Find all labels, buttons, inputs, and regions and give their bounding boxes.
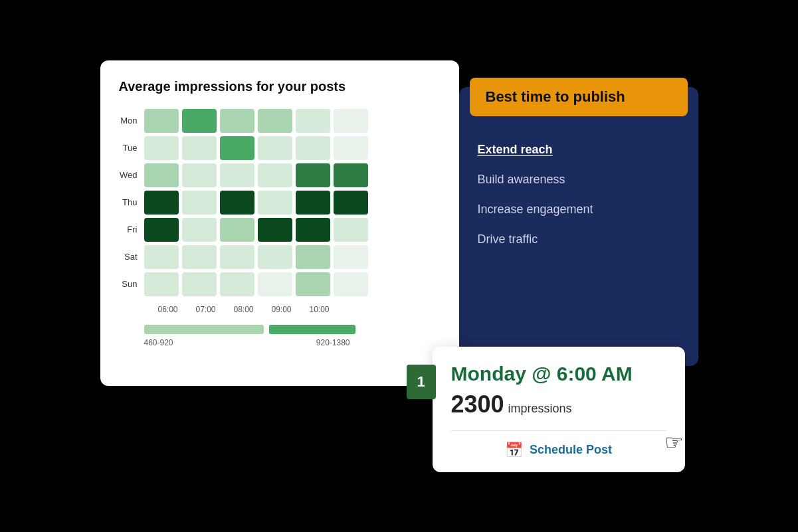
cell	[334, 191, 368, 215]
menu-item-build-awareness[interactable]: Build awareness	[478, 165, 680, 195]
cell	[182, 163, 217, 187]
menu-item-extend-reach[interactable]: Extend reach	[478, 135, 680, 165]
cell	[144, 136, 179, 160]
menu-item-increase-engagement[interactable]: Increase engagement	[478, 195, 680, 224]
cell	[296, 109, 330, 133]
cell	[258, 109, 292, 133]
menu-item-drive-traffic[interactable]: Drive traffic	[478, 224, 680, 254]
cell	[296, 136, 330, 160]
result-number: 2300	[451, 391, 504, 418]
legend-label-high: 920-1380	[264, 338, 350, 347]
heatmap-row-fri: Fri	[119, 218, 438, 242]
time-label-1000: 10:00	[302, 305, 337, 314]
day-label-thu: Thu	[119, 197, 144, 207]
cell	[220, 272, 254, 296]
calendar-icon: 📅	[505, 442, 523, 459]
cell	[296, 163, 330, 187]
menu-list: Extend reach Build awareness Increase en…	[459, 116, 698, 268]
cell	[182, 136, 217, 160]
best-time-banner: Best time to publish	[470, 78, 688, 116]
result-impressions-label: impressions	[508, 402, 572, 416]
cell	[182, 272, 217, 296]
day-label-mon: Mon	[119, 116, 144, 126]
cell	[258, 272, 292, 296]
cell	[220, 163, 254, 187]
cell	[144, 109, 179, 133]
result-card: Monday @ 6:00 AM 2300 impressions 📅 Sche…	[433, 347, 685, 472]
time-label-0900: 09:00	[264, 305, 299, 314]
time-labels: 06:00 07:00 08:00 09:00 10:00	[119, 305, 438, 314]
time-label-0800: 08:00	[227, 305, 261, 314]
time-label-0700: 07:00	[189, 305, 223, 314]
cell	[334, 245, 368, 269]
legend-bar-low	[144, 325, 264, 334]
cell	[334, 272, 368, 296]
cell	[334, 218, 368, 242]
cell	[334, 109, 368, 133]
cell	[182, 218, 217, 242]
result-impressions: 2300 impressions	[451, 391, 666, 418]
cell	[144, 272, 179, 296]
cell	[220, 109, 254, 133]
cell	[258, 191, 292, 215]
cell	[258, 245, 292, 269]
schedule-post-button[interactable]: 📅 Schedule Post	[451, 442, 666, 459]
cell	[220, 136, 254, 160]
heatmap-row-sat: Sat	[119, 245, 438, 269]
legend-bar-high	[269, 325, 355, 334]
legend-area: 460-920 920-1380	[119, 325, 438, 347]
heatmap-row-tue: Tue	[119, 136, 438, 160]
cell	[182, 245, 217, 269]
day-label-sat: Sat	[119, 252, 144, 262]
cell	[258, 136, 292, 160]
cell	[144, 245, 179, 269]
day-label-wed: Wed	[119, 170, 144, 180]
legend-label-low: 460-920	[144, 338, 264, 347]
best-time-text: Best time to publish	[486, 88, 625, 105]
cell	[296, 218, 330, 242]
rank-badge: 1	[407, 365, 436, 399]
time-label-0600: 06:00	[151, 305, 185, 314]
heatmap-row-wed: Wed	[119, 163, 438, 187]
legend-bars	[144, 325, 438, 334]
cell	[220, 218, 254, 242]
result-divider	[451, 430, 666, 431]
cell	[220, 191, 254, 215]
cell	[334, 163, 368, 187]
cell	[144, 218, 179, 242]
cell	[220, 245, 254, 269]
cell	[296, 272, 330, 296]
legend-labels: 460-920 920-1380	[144, 338, 438, 347]
heatmap-row-thu: Thu	[119, 191, 438, 215]
cursor-icon: ☞	[664, 430, 684, 455]
cell	[334, 136, 368, 160]
heatmap-row-mon: Mon	[119, 109, 438, 133]
cell	[296, 191, 330, 215]
heatmap-card: Average impressions for your posts Mon T…	[100, 60, 459, 386]
heatmap-row-sun: Sun	[119, 272, 438, 296]
cell	[144, 163, 179, 187]
schedule-label: Schedule Post	[530, 443, 612, 457]
cell	[296, 245, 330, 269]
day-label-tue: Tue	[119, 143, 144, 153]
cell	[182, 109, 217, 133]
cell	[144, 191, 179, 215]
cell	[258, 163, 292, 187]
heatmap-title: Average impressions for your posts	[119, 79, 438, 94]
cell	[182, 191, 217, 215]
day-label-sun: Sun	[119, 279, 144, 289]
blue-card: Best time to publish Extend reach Build …	[459, 87, 698, 366]
cell	[258, 218, 292, 242]
heatmap-grid: Mon Tue	[119, 109, 438, 300]
result-day-time: Monday @ 6:00 AM	[451, 363, 666, 385]
day-label-fri: Fri	[119, 224, 144, 234]
